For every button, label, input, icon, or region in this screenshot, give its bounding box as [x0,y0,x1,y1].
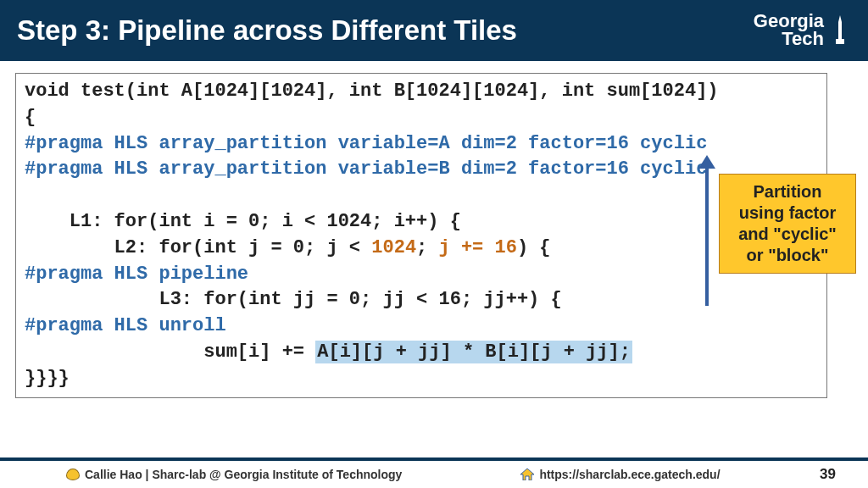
slide-header: Step 3: Pipeline across Different Tiles … [0,0,868,61]
bee-icon [66,469,80,480]
footer-author: Callie Hao | Sharc-lab @ Georgia Institu… [66,468,402,481]
logo: Georgia Tech [754,13,848,48]
code-line: sum[i] += A[i][j + jj] * B[i][j + jj]; [25,341,632,363]
callout-box: Partition using factor and "cyclic" or "… [719,174,856,274]
code-line: L2: for(int j = 0; j < 1024; j += 16) { [25,237,551,258]
slide-body: void test(int A[1024][1024], int B[1024]… [0,61,868,410]
callout-line: and "cyclic" [730,224,845,245]
footer: Callie Hao | Sharc-lab @ Georgia Institu… [0,461,868,488]
arrow-up-icon [705,167,709,306]
code-line: void test(int A[1024][1024], int B[1024]… [25,80,719,102]
code-line: L1: for(int i = 0; i < 1024; i++) { [25,211,461,232]
callout-line: or "block" [730,245,845,266]
footer-url: https://sharclab.ece.gatech.edu/ [520,468,720,481]
pragma-line: #pragma HLS unroll [25,315,226,336]
slide-title: Step 3: Pipeline across Different Tiles [17,14,517,47]
highlighted-expression: A[i][j + jj] * B[i][j + jj]; [315,341,632,363]
home-icon [520,469,534,480]
tower-icon [832,15,848,47]
code-line: L3: for(int jj = 0; jj < 16; jj++) { [25,289,562,310]
pragma-line: #pragma HLS array_partition variable=A d… [25,133,707,154]
callout-line: Partition [730,181,845,202]
pragma-line: #pragma HLS array_partition variable=B d… [25,158,707,180]
callout-line: using factor [730,202,845,224]
code-line: }}}} [25,368,70,389]
page-number: 39 [820,466,836,483]
logo-line2: Tech [754,30,824,48]
code-line: { [25,107,36,128]
pragma-line: #pragma HLS pipeline [25,263,248,285]
